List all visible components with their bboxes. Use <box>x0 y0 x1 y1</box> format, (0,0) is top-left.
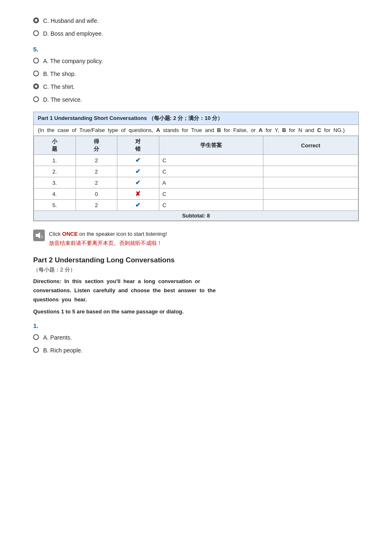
q4-option-d-text: D. Boss and employee. <box>43 29 103 38</box>
col-answer: 学生答案 <box>159 136 263 155</box>
q4-option-c-text: C. Husband and wife. <box>43 17 99 25</box>
row-score: 2 <box>75 166 117 177</box>
check-icon: ✔ <box>135 156 141 164</box>
row-num: 4. <box>34 188 76 200</box>
table-row: 2.2✔C <box>34 166 358 177</box>
col-correct: 对错 <box>117 136 159 155</box>
table-row: 3.2✔A <box>34 177 358 188</box>
q4-option-c[interactable]: C. Husband and wife. <box>33 17 359 25</box>
speaker-note: )) Click ONCE on the speaker icon to sta… <box>33 229 359 249</box>
subtotal-row: Subtotal: 8 <box>34 211 358 221</box>
q4-options: C. Husband and wife. D. Boss and employe… <box>33 17 359 38</box>
row-correctness: ✔ <box>117 200 159 211</box>
q5-option-b-text: B. The shop. <box>43 70 76 78</box>
row-num: 3. <box>34 177 76 188</box>
row-correctness: ✔ <box>117 177 159 188</box>
row-num: 1. <box>34 155 76 166</box>
radio-q5-d[interactable] <box>33 96 39 102</box>
radio-p2-q1-b[interactable] <box>33 347 39 353</box>
table-row: 4.0✘C <box>34 188 358 200</box>
row-answer: C <box>159 200 263 211</box>
row-num: 5. <box>34 200 76 211</box>
table-row: 5.2✔C <box>34 200 358 211</box>
summary-title: Part 1 Understanding Short Conversations… <box>34 112 358 125</box>
part2-q1-option-a[interactable]: A. Parents. <box>33 333 359 342</box>
q5-option-d[interactable]: D. The service. <box>33 95 359 104</box>
row-correctness: ✘ <box>117 188 159 200</box>
score-table: 小题 得分 对错 学生答案 Correct 1.2✔C2.2✔C3.2✔A4.0… <box>34 136 358 221</box>
row-num: 2. <box>34 166 76 177</box>
col-num: 小题 <box>34 136 76 155</box>
row-correctness: ✔ <box>117 155 159 166</box>
row-answer: C <box>159 166 263 177</box>
row-answer: C <box>159 155 263 166</box>
radio-q5-c[interactable] <box>33 83 39 89</box>
cross-icon: ✘ <box>135 190 141 197</box>
check-icon: ✔ <box>135 179 141 186</box>
page: C. Husband and wife. D. Boss and employe… <box>0 0 392 555</box>
part2-q1-option-b-text: B. Rich people. <box>43 346 83 355</box>
row-score: 2 <box>75 155 117 166</box>
row-correctness: ✔ <box>117 166 159 177</box>
svg-text:)): )) <box>41 235 43 238</box>
q4-option-d[interactable]: D. Boss and employee. <box>33 29 359 38</box>
question-5-number: 5. <box>33 46 359 53</box>
row-score: 2 <box>75 200 117 211</box>
q5-option-c-text: C. The shirt. <box>43 83 75 91</box>
radio-p2-q1-a[interactable] <box>33 334 39 340</box>
row-score: 2 <box>75 177 117 188</box>
table-row: 1.2✔C <box>34 155 358 166</box>
warning-text: 放音结束前请不要离开本页。否则就听不成啦！ <box>49 239 167 248</box>
once-text: ONCE <box>62 231 78 237</box>
row-correct-answer <box>263 166 358 177</box>
part2-heading: Part 2 Understanding Long Conversations <box>33 256 359 264</box>
row-correct-answer <box>263 177 358 188</box>
part2-directions: Directions: In this section you'll hear … <box>33 277 359 304</box>
part2-q1-option-b[interactable]: B. Rich people. <box>33 346 359 355</box>
subtotal-cell: Subtotal: 8 <box>34 211 358 221</box>
row-correct-answer <box>263 188 358 200</box>
col-score: 得分 <box>75 136 117 155</box>
q5-option-b[interactable]: B. The shop. <box>33 70 359 78</box>
part2-questions-note: Questions 1 to 5 are based on the same p… <box>33 308 359 315</box>
part2-q1-options: A. Parents. B. Rich people. <box>33 333 359 355</box>
speaker-note-text: Click ONCE on the speaker icon to start … <box>49 230 167 248</box>
radio-q4-c[interactable] <box>33 17 39 23</box>
q5-option-d-text: D. The service. <box>43 95 82 104</box>
row-answer: C <box>159 188 263 200</box>
summary-note: (In the case of True/False type of quest… <box>34 125 358 136</box>
row-answer: A <box>159 177 263 188</box>
check-icon: ✔ <box>135 201 141 208</box>
check-icon: ✔ <box>135 168 141 175</box>
q5-option-c[interactable]: C. The shirt. <box>33 83 359 91</box>
part2-per-score: （每小题：2 分） <box>33 266 359 274</box>
summary-box: Part 1 Understanding Short Conversations… <box>33 112 359 221</box>
radio-q5-a[interactable] <box>33 58 39 64</box>
part2-q1-number: 1. <box>33 322 359 329</box>
q5-option-a[interactable]: A. The company policy. <box>33 57 359 66</box>
q5-option-a-text: A. The company policy. <box>43 57 103 66</box>
speaker-icon: )) <box>33 230 45 241</box>
part2-q1-option-a-text: A. Parents. <box>43 333 72 342</box>
radio-q4-d[interactable] <box>33 30 39 36</box>
row-correct-answer <box>263 155 358 166</box>
row-score: 0 <box>75 188 117 200</box>
q5-options: A. The company policy. B. The shop. C. T… <box>33 57 359 104</box>
radio-q5-b[interactable] <box>33 71 39 76</box>
col-correct-answer: Correct <box>263 136 358 155</box>
row-correct-answer <box>263 200 358 211</box>
